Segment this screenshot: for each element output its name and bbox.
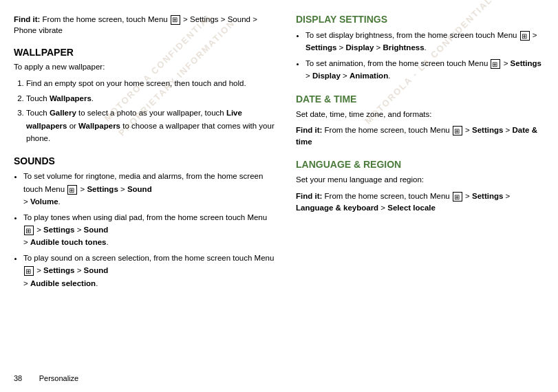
sounds-bullet-1: To set volume for ringtone, media and al… [23,170,275,208]
menu-icon-3 [24,226,34,235]
sounds-bullet-2: To play tones when using dial pad, from … [23,211,275,249]
settings-bold-1: Settings [87,185,118,193]
sounds-bullet-3: To play sound on a screen selection, fro… [23,252,275,290]
language-section: LANGUAGE & REGION Set your menu language… [296,159,544,214]
display-bullet-1: To set display brightness, from the home… [305,29,544,54]
menu-icon-2 [67,185,77,195]
sounds-bullets: To set volume for ringtone, media and al… [23,170,275,290]
menu-icon-4 [24,266,34,276]
find-it-text-dt: From the home screen, touch Menu [325,126,452,134]
date-time-find-it: Find it: From the home screen, touch Men… [296,124,544,149]
display-bullet-2: To set animation, from the home screen t… [305,57,544,83]
menu-icon-8 [453,192,462,202]
page-footer: 38 Personalize [14,374,78,382]
find-it-text-lang: From the home screen, touch Menu [325,192,452,200]
sound-bold-3: Sound [84,266,109,274]
display-bullets: To set display brightness, from the home… [305,29,544,83]
sound-bold-1: Sound [127,185,152,193]
date-time-title: DATE & TIME [296,94,544,105]
audible-selection-bold: Audible selection [30,279,96,287]
wallpaper-step-2: Touch Wallpapers. [26,92,275,105]
display-settings-title: DISPLAY SETTINGS [296,14,544,25]
wallpaper-step2-bold: Wallpapers [50,94,92,102]
sound-bold-2: Sound [84,226,109,234]
wallpaper-step-3: Touch Gallery to select a photo as your … [26,107,275,144]
find-it-label-lang: Find it: [296,192,322,200]
page-number: 38 [14,374,22,382]
language-find-it: Find it: From the home screen, touch Men… [296,190,544,215]
language-intro: Set your menu language and region: [296,174,544,186]
find-it-text: From the home screen, touch Menu [43,15,170,23]
volume-bold: Volume [30,197,58,206]
top-breadcrumb: Find it: From the home screen, touch Men… [14,14,275,36]
gallery-bold: Gallery [50,109,76,117]
date-time-section: DATE & TIME Set date, time, time zone, a… [296,94,544,149]
left-column: Find it: From the home screen, touch Men… [14,14,275,378]
wallpaper-steps: Find an empty spot on your home screen, … [26,77,275,144]
footer-section: Personalize [39,374,78,382]
language-title: LANGUAGE & REGION [296,159,544,170]
page-container: Find it: From the home screen, touch Men… [0,0,558,392]
date-time-intro: Set date, time, time zone, and formats: [296,109,544,120]
menu-icon-1 [171,15,180,25]
wallpapers-bold: Wallpapers [78,122,120,130]
display-settings-section: DISPLAY SETTINGS To set display brightne… [296,14,544,83]
wallpaper-intro: To apply a new wallpaper: [14,61,275,73]
settings-bold-3: Settings [43,266,74,274]
settings-bold-2: Settings [43,226,74,234]
settings-d1: Settings [305,43,336,52]
find-it-label: Find it: [14,15,40,23]
brightness-bold: Brightness [383,43,425,52]
sounds-section: SOUNDS To set volume for ringtone, media… [14,155,275,290]
settings-d2: Settings [511,59,541,67]
menu-icon-7 [453,126,462,135]
audible-tones-bold: Audible touch tones [30,238,107,246]
display-d2: Display [312,72,341,80]
menu-icon-5 [520,31,530,41]
animation-bold: Animation [350,72,388,80]
right-column: DISPLAY SETTINGS To set display brightne… [296,14,544,378]
display-d1: Display [345,43,374,52]
find-it-label-dt: Find it: [296,126,322,134]
wallpaper-section: WALLPAPER To apply a new wallpaper: Find… [14,47,275,144]
wallpaper-step-1: Find an empty spot on your home screen, … [26,77,275,89]
sounds-title: SOUNDS [14,155,275,166]
menu-icon-6 [491,59,500,69]
wallpaper-title: WALLPAPER [14,47,275,58]
